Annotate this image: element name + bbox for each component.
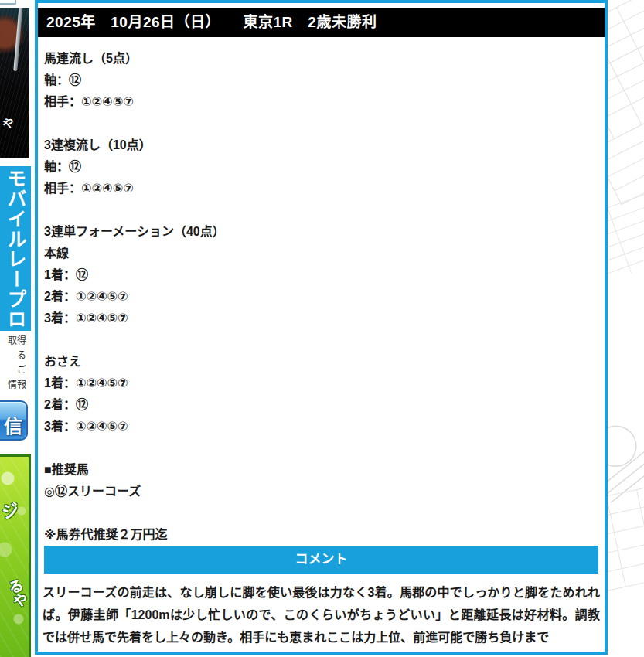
- tip-line: おさえ: [44, 351, 598, 373]
- green-banner-text-top: ジ: [0, 495, 22, 523]
- tip-line: 本線: [44, 243, 598, 264]
- tip-line: 3着：①②④⑤⑦: [44, 416, 598, 437]
- race-header-bar: 2025年 10月26日（日） 東京1R 2歳未勝利: [38, 8, 605, 37]
- tip-line-spacer: [44, 199, 598, 221]
- tip-line: ◎⑫スリーコーズ: [44, 481, 598, 502]
- tip-line: 軸：⑫: [44, 156, 598, 178]
- tip-line-spacer: [44, 113, 598, 134]
- tip-line: 相手：①②④⑤⑦: [44, 91, 598, 113]
- tip-line: 1着：①②④⑤⑦: [44, 373, 598, 394]
- tip-line: 3連複流し（10点）: [44, 134, 598, 156]
- tip-line: 2着：⑫: [44, 394, 598, 416]
- tip-line: ■推奨馬: [44, 459, 598, 481]
- sidebar-banner-green-ad[interactable]: ジ るや: [0, 454, 31, 657]
- send-button-label: 信: [4, 411, 22, 438]
- tip-line: 軸：⑫: [44, 70, 598, 91]
- sidebar-info-box: 取得 る ご 情報: [0, 331, 29, 400]
- tip-line-spacer: [44, 329, 598, 351]
- tip-line: ※馬券代推奨２万円迄: [44, 524, 598, 546]
- info-line: る: [0, 349, 26, 363]
- green-banner-text-bottom: るや: [2, 577, 31, 611]
- sidebar-banner-mobile-racepro[interactable]: モバイルレープロ: [0, 166, 31, 331]
- tip-line-spacer: [44, 502, 598, 524]
- newspaper-background: [608, 0, 644, 657]
- tip-line: 1着：⑫: [44, 264, 598, 286]
- comment-button[interactable]: コメント: [44, 546, 598, 574]
- race-tips-panel: 2025年 10月26日（日） 東京1R 2歳未勝利 馬連流し（5点） 軸：⑫ …: [35, 0, 608, 655]
- photo-overlay-text: や: [0, 113, 17, 132]
- info-line: 取得: [0, 334, 26, 349]
- sidebar-send-button[interactable]: 信: [0, 400, 28, 441]
- tip-line: 3連単フォーメーション（40点）: [44, 221, 598, 243]
- newspaper-texture-svg: [608, 0, 644, 657]
- tip-line: 2着：①②④⑤⑦: [44, 286, 598, 308]
- phone-icon: [13, 8, 22, 71]
- betting-tips-list: 馬連流し（5点） 軸：⑫ 相手：①②④⑤⑦ 3連複流し（10点） 軸：⑫ 相手：…: [38, 37, 605, 546]
- banner-vertical-label: モバイルレープロ: [0, 166, 31, 331]
- tip-line: 馬連流し（5点）: [44, 48, 598, 70]
- info-line: ご: [0, 363, 26, 378]
- tip-line-spacer: [44, 437, 598, 459]
- comment-text: スリーコーズの前走は、なし崩しに脚を使い最後は力なく3着。馬郡の中でしっかりと脚…: [43, 581, 600, 648]
- previous-block-border-fragment: [0, 0, 16, 5]
- info-line: 情報: [0, 378, 26, 393]
- tip-line: 相手：①②④⑤⑦: [44, 178, 598, 199]
- tip-line: 3着：①②④⑤⑦: [44, 308, 598, 329]
- sidebar-photo-ad[interactable]: や: [0, 8, 29, 158]
